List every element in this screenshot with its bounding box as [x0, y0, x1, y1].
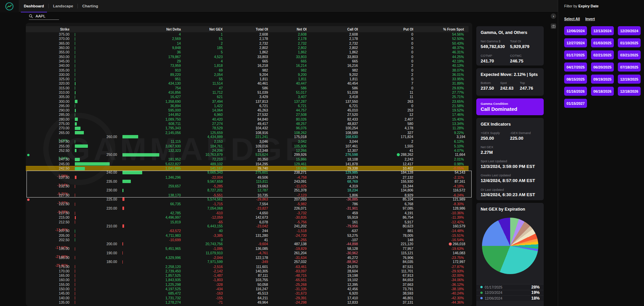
expiry-date-button-01-03-2025[interactable]: 01/03/2025	[591, 38, 614, 47]
strike-row-360.00[interactable]: 360.009,8481852,8022,8022,802048.37%	[26, 46, 469, 50]
strike-row-150.00[interactable]: 150.004,197,525-434116,247-31,33542,4567…	[26, 287, 469, 291]
invert-link[interactable]: Invert	[585, 17, 595, 21]
nav-tab-landscape[interactable]: Landscape	[49, 0, 77, 12]
strike-row-355.00[interactable]: 355.003651,8621,8621,862046.31%	[26, 50, 469, 54]
strike-row-215.00[interactable]: 215.004,496,997-12,059142,673-30,83555,9…	[26, 215, 469, 220]
strike-row-252.50[interactable]: 252.50132,32324,20612,34812,26612,307414…	[26, 148, 469, 153]
column-header-net-gex[interactable]: Net GEX	[184, 28, 226, 31]
strike-row-247.50[interactable]: 247.50181,95272,21020,35015,86618,1082,2…	[26, 157, 469, 162]
strike-row-325.00[interactable]: 325.00951551,8111,8111,811033.95%	[26, 77, 469, 81]
ticker-search[interactable]	[29, 14, 59, 20]
strike-row-185.00[interactable]: 185.004,329,996-2,044122,178-31,63445,27…	[26, 256, 469, 260]
strike-row-350.00[interactable]: 350.00179,8674,52333,80333,80333,803044.…	[26, 54, 469, 59]
strike-row-202.50[interactable]: 202.50-10,699041-255-107148-16.54%	[26, 238, 469, 242]
strike-row-260.00[interactable]: 260.004,434,889221,241175,018168,630171,…	[26, 135, 469, 139]
strike-row-315.00[interactable]: 315.0075447586586586029.83%	[26, 86, 469, 90]
strike-row-330.00[interactable]: 330.0089,2202,0549,2049,2009,202236.01%	[26, 73, 469, 77]
expiry-date-button-08-15-2025[interactable]: 08/15/2025	[564, 75, 587, 84]
strike-row-245.00[interactable]: 245.005,622,827489,102154,295129,461141,…	[26, 162, 469, 166]
strike-row-195.00[interactable]: 195.005,451,965-1,095136,085-19,82958,12…	[26, 247, 469, 251]
strike-row-200.00[interactable]: 200.0020,743,756-9,604487,138-44,898221,…	[26, 242, 469, 247]
column-header-net-oi[interactable]: Net OI	[271, 28, 310, 31]
strike-row-225.00[interactable]: 225.005,574,561-29,863207,093-36,88585,1…	[26, 198, 469, 202]
strike-row-210.00[interactable]: 210.006,443,155-23,042241,202-79,95680,6…	[26, 224, 469, 229]
expiry-date-button-12-18-2026[interactable]: 12/18/2026	[618, 87, 641, 96]
strike-row-310.00[interactable]: 310.00416,85611,71251,03951,01751,028112…	[26, 90, 469, 95]
strike-row-345.00[interactable]: 345.00294665665665042.19%	[26, 59, 469, 63]
strike-row-275.00[interactable]: 275.00608,71127,27449,41748,25748,837580…	[26, 122, 469, 126]
strike-row-295.00[interactable]: 295.0036,8941,4226,7216,7216,721021.58%	[26, 104, 469, 108]
legend-item-12-20-2024[interactable]: 12/20/202419%	[476, 290, 544, 296]
strike-row-235.00[interactable]: 235.009,567,659115,811243,09168,769155,9…	[26, 180, 469, 184]
expiry-date-button-12-27-2024[interactable]: 12/27/2024	[564, 38, 587, 47]
camera-icon[interactable]	[551, 24, 556, 29]
strike-row-207.50[interactable]: 207.50-63,57240244-1,518-637881-14.48%	[26, 229, 469, 233]
expiry-date-button-04-17-2025[interactable]: 04/17/2025	[564, 62, 587, 72]
strike-row-170.00[interactable]: 170.002,739,450-2,142140,305-83,09728,60…	[26, 269, 469, 273]
strike-row-205.00[interactable]: 205.004,711,983-3,385131,280-24,73053,27…	[26, 233, 469, 237]
expiry-date-button-06-18-2026[interactable]: 06/18/2026	[591, 87, 614, 96]
strike-row-227.50[interactable]: 227.50138,170-5,55110,735-7,1231,8068,92…	[26, 193, 469, 198]
expiry-date-button-07-18-2025[interactable]: 07/18/2025	[618, 62, 641, 72]
strike-row-280.00[interactable]: 280.001,089,75040,42084,84080,02682,4332…	[26, 117, 469, 122]
expiry-date-button-01-15-2027[interactable]: 01/15/2027	[564, 99, 587, 108]
strike-row-305.00[interactable]: 305.0016,4276213,4293,4073,4181125.71%	[26, 95, 469, 99]
nav-tab-dashboard[interactable]: Dashboard	[19, 0, 48, 12]
strike-row-217.50[interactable]: 217.5042,785-6104,650-3,7324594,191-10.3…	[26, 211, 469, 215]
expiry-date-button-12-20-2024[interactable]: 12/20/2024	[618, 26, 641, 35]
expiry-date-button-09-19-2025[interactable]: 09/19/2025	[591, 75, 614, 84]
strike-row-165.00[interactable]: 165.001,857,525-1,48787,111-48,71519,198…	[26, 273, 469, 278]
nav-tab-charting[interactable]: Charting	[78, 0, 102, 12]
column-header-total-oi[interactable]: Total OI	[226, 28, 271, 31]
expiry-date-button-03-21-2025[interactable]: 03/21/2025	[618, 50, 641, 59]
column-header-net-delta[interactable]: Net Delta	[120, 28, 184, 31]
strike-row-240.00[interactable]: 240.009,665,343275,601238,271129,985184,…	[26, 171, 469, 175]
expiry-date-button-02-21-2025[interactable]: 02/21/2025	[591, 50, 614, 59]
select-all-link[interactable]: Select All	[564, 17, 580, 21]
strike-row-285.00[interactable]: 285.00144,8526,96027,53227,50827,5201217…	[26, 113, 469, 117]
strike-row-237.50[interactable]: 237.501,346,296-22,00449,506-4,75822,374…	[26, 175, 469, 180]
strike-row-160.00[interactable]: 160.001,843,935-1,803103,755-65,55119,10…	[26, 278, 469, 282]
legend-item-12-06-2024[interactable]: 12/06/202418%	[476, 295, 544, 301]
strike-row-290.00[interactable]: 290.00595,00014,06445,26344,75745,010253…	[26, 108, 469, 113]
column-header--from-spot[interactable]: % From Spot	[417, 28, 469, 31]
strike-row-370.00[interactable]: 370.002,569512,1782,1782,178052.50%	[26, 37, 469, 41]
strike-row-175.00[interactable]: 175.002,258,120-2,516111,601-63,46124,07…	[26, 264, 469, 269]
column-header-call-oi[interactable]: Call OI	[310, 28, 361, 31]
strike-row-180.00[interactable]: 180.007,971,599-349257,032-88,96284,0351…	[26, 260, 469, 264]
strike-row-320.00[interactable]: 320.00434,13011,51440,46140,44740,454731…	[26, 81, 469, 86]
strike-row-212.50[interactable]: 212.5015,819-656,078-5,7561615,917-12.42…	[26, 220, 469, 224]
strike-row-255.00[interactable]: 255.003,067,930184,761109,016105,906107,…	[26, 144, 469, 148]
strike-row-257.50[interactable]: 257.5011,1152,1533,0463,0423,04426.13%	[26, 139, 469, 144]
strike-row-222.50[interactable]: 222.5066,735-1,7157,554-5,9827866,768-8.…	[26, 202, 469, 206]
strike-row-265.00[interactable]: 265.002,145,056125,659108,916108,262108,…	[26, 131, 469, 135]
expiry-date-button-12-13-2024[interactable]: 12/13/2024	[591, 26, 614, 35]
expiry-date-button-01-17-2025[interactable]: 01/17/2025	[564, 50, 587, 59]
strike-row-300.00[interactable]: 300.001,358,69037,494137,813137,287137,5…	[26, 99, 469, 103]
strike-row-230.00[interactable]: 230.008,727,20112,787251,37818,234134,80…	[26, 188, 469, 193]
strike-row-135.00[interactable]: 135.001,278,274-7149,964-24,29812,83337,…	[26, 300, 469, 305]
strike-row-335.00[interactable]: 335.0091069982982982038.07%	[26, 68, 469, 72]
strike-row-365.00[interactable]: 365.001422,7322,7322,732050.43%	[26, 41, 469, 46]
strike-row-270.00[interactable]: 270.001,795,34378,529104,43296,076100,25…	[26, 126, 469, 130]
strike-row-145.00[interactable]: 145.00685,472-16345,513-31,6736,92038,59…	[26, 291, 469, 296]
ticker-search-input[interactable]	[35, 14, 56, 18]
strike-row-190.00[interactable]: 190.0011,079,910-4,761261,204-30,962115,…	[26, 251, 469, 256]
expiry-date-button-01-16-2026[interactable]: 01/16/2026	[564, 87, 587, 96]
strike-row-140.00[interactable]: 140.001,731,732-15564,211-29,39117,41046…	[26, 296, 469, 300]
strike-row-375.00[interactable]: 375.00412,6082,6082,608054.56%	[26, 32, 469, 37]
strike-row-340.00[interactable]: 340.0073,9591,81816,21816,21416,216240.1…	[26, 63, 469, 68]
strike-table-rows[interactable]: 375.00412,6082,6082,608054.56%370.002,56…	[26, 32, 472, 306]
legend-item-01-17-2025[interactable]: 01/17/202528%	[476, 284, 544, 290]
column-header-strike[interactable]: Strike	[26, 28, 73, 31]
app-logo[interactable]	[0, 0, 19, 12]
strike-row-155.00[interactable]: 155.001,225,298-32850,058-25,26812,39537…	[26, 282, 469, 287]
strike-row-250.00[interactable]: 250.0010,763,879515,624299,926276,598288…	[26, 153, 469, 157]
expiry-date-button-12-19-2025[interactable]: 12/19/2025	[618, 75, 641, 84]
strike-row-232.50[interactable]: 232.50259,657-5,28519,663-11,0254,31915,…	[26, 184, 469, 188]
expiry-date-button-06-20-2025[interactable]: 06/20/2025	[591, 62, 614, 72]
chevron-right-icon[interactable]: ›	[551, 13, 556, 19]
expiry-date-button-12-06-2024[interactable]: 12/06/2024	[564, 26, 587, 35]
strike-row-220.00[interactable]: 220.007,054,068-23,827226,071-31,90197,0…	[26, 207, 469, 211]
expiry-date-button-01-10-2025[interactable]: 01/10/2025	[618, 38, 641, 47]
